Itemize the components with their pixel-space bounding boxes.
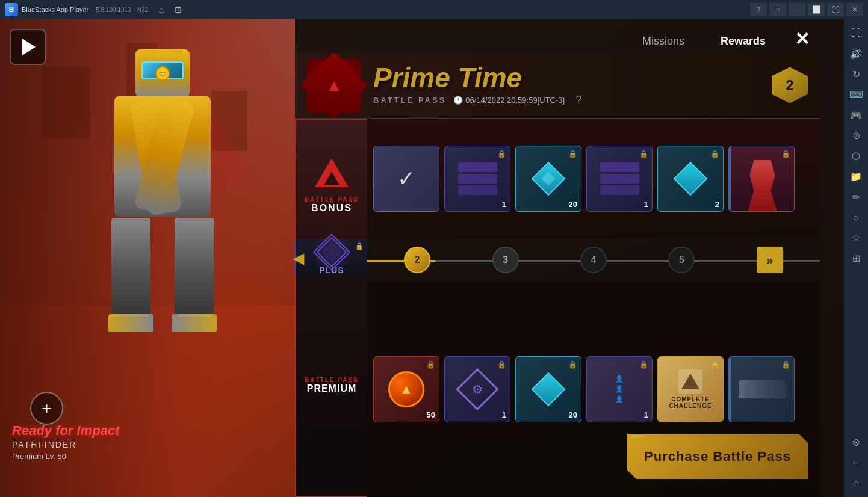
apex-logo-inner: ▲ [400,381,413,397]
back-icon[interactable]: ← [847,454,865,472]
level-node-2[interactable]: 2 [404,247,430,273]
erase-icon[interactable]: ⊘ [847,126,865,144]
battlepass-emblem: ▲ [307,58,361,113]
weapon-shape [739,380,787,398]
lock-icon: 🔒 [639,360,648,369]
tier-premium: BATTLE PASS PREMIUM [295,275,367,497]
level-node-4[interactable]: 4 [580,247,607,273]
lock-icon: 🔒 [426,360,435,369]
app-name: BlueStacks App Player [22,6,88,13]
play-button[interactable] [10,29,46,65]
purchase-btn-label: Purchase Battle Pass [644,449,791,465]
share-icon[interactable]: ⬡ [847,147,865,165]
purchase-battle-pass-button[interactable]: Purchase Battle Pass [627,434,808,479]
folder-icon[interactable]: 📁 [847,167,865,185]
left-panel: 😊 😊 + Ready for Impact PATHFINDER Premiu… [0,19,301,497]
reward-card[interactable]: ✓ [373,146,439,212]
bonus-label: BONUS [311,203,352,214]
tier-bonus: BATTLE PASS BONUS [295,119,367,239]
stacked-items [454,159,501,199]
search-icon[interactable]: ⌕ [847,208,865,226]
reward-card[interactable]: 🔒 [728,146,795,212]
diamond-icon [672,161,708,197]
card-count: 1 [644,410,648,419]
tier-labels: BATTLE PASS BONUS 🔒 PLUS BATTLE PASS PRE… [295,119,367,497]
timeline-nodes: 2 3 4 5 » [373,247,814,273]
close-btn[interactable]: ✕ [846,3,863,16]
right-sidebar: ⛶ 🔊 ↻ ⌨ 🎮 ⊘ ⬡ 📁 ✏ ⌕ ☆ ⊞ ⚙ ← ⌂ [844,19,868,497]
keyboard-icon[interactable]: ⌨ [847,85,865,103]
reward-card[interactable]: 🔒 ▲ 50 [373,356,439,422]
layers-icon[interactable]: ⊞ [847,249,865,267]
battlepass-timer: 🕐 06/14/2022 20:59:59[UTC-3] [453,96,565,105]
rotate-icon[interactable]: ↻ [847,65,865,83]
next-levels-btn[interactable]: » [757,247,783,273]
card-count: 1 [644,200,648,209]
season-title: Prime Time [373,64,760,91]
character-display: 😊 😊 [48,31,277,416]
volume-icon[interactable]: 🔊 [847,45,865,63]
edit-icon[interactable]: ✏ [847,188,865,206]
reward-card[interactable]: 🔒 2 [657,146,724,212]
gamepad-icon[interactable]: 🎮 [847,106,865,124]
premium-label: PREMIUM [307,383,357,394]
card-count: 20 [569,200,577,209]
menu-btn[interactable]: ≡ [769,3,786,16]
character-info: Ready for Impact PATHFINDER Premium Lv. … [12,423,120,461]
reward-card[interactable]: 🔒 1 [444,146,510,212]
add-character-button[interactable]: + [30,392,63,425]
card-count: 1 [502,200,506,209]
battlepass-title-area: Prime Time BATTLE PASS 🕐 06/14/2022 20:5… [373,64,760,106]
home-icon[interactable]: ⌂ [847,474,865,492]
reward-card[interactable]: 🔒 1 [586,146,653,212]
timeline-row: 2 3 4 5 » [367,239,820,281]
reward-card[interactable]: 🔒 COMPLETECHALLENGE [657,356,724,422]
crafting-icon: ⚙ [456,368,499,410]
premium-tier-label: BATTLE PASS [305,377,359,383]
card-count: 2 [715,200,719,209]
crafting-inner-icon: ⚙ [472,382,483,397]
tab-missions[interactable]: Missions [624,30,702,52]
restore-btn[interactable]: ⬜ [808,3,825,16]
reward-card[interactable]: 🔒 20 [515,356,581,422]
diamond-icon [530,371,566,407]
lock-icon: 🔒 [781,150,790,158]
bonus-rewards-row: ✓ 🔒 1 🔒 [367,119,820,239]
bonus-tier-label: BATTLE PASS [305,196,359,203]
lock-icon: 🔒 [710,360,719,369]
settings-icon[interactable]: ⚙ [847,433,865,451]
challenge-text: COMPLETECHALLENGE [665,396,715,409]
level-node-5[interactable]: 5 [668,247,695,273]
lock-icon: 🔒 [781,360,790,369]
home-nav-btn[interactable]: ⌂ [154,3,169,16]
lock-icon: 🔒 [710,150,719,158]
reward-card[interactable]: 🔒 👤 👤 👤 1 [586,356,653,422]
multi-nav-btn[interactable]: ⊞ [171,3,185,16]
nav-back-arrow[interactable]: ◄ [289,247,308,270]
expand-icon[interactable]: ⛶ [847,24,865,42]
char-silhouette [742,160,784,211]
close-panel-button[interactable]: ✕ [789,25,815,52]
lock-icon: 🔒 [639,150,648,158]
reward-card[interactable]: 🔒 ⚙ 1 [444,356,510,422]
character-skin-name: Ready for Impact [12,423,120,439]
apex-logo [311,152,353,194]
battlepass-type-label: BATTLE PASS [373,96,446,105]
reward-card[interactable]: 🔒 [728,356,795,422]
card-count: 1 [502,410,506,419]
minimize-btn[interactable]: ─ [789,3,805,16]
level-node-3[interactable]: 3 [492,247,519,273]
plus-icon [315,239,349,265]
help-btn[interactable]: ? [750,3,767,16]
lock-icon: 🔒 [497,150,506,158]
star-icon[interactable]: ☆ [847,229,865,247]
app-version: 5.8.100.1013 [96,7,131,13]
maximize-btn[interactable]: ⛶ [827,3,844,16]
level-badge: 2 [772,67,808,103]
diamond-icon [530,161,566,197]
lock-icon: 🔒 [568,360,577,369]
reward-card[interactable]: 🔒 20 [515,146,581,212]
tab-rewards[interactable]: Rewards [702,30,784,52]
current-level: 2 [786,77,793,94]
help-icon[interactable]: ? [575,94,581,106]
